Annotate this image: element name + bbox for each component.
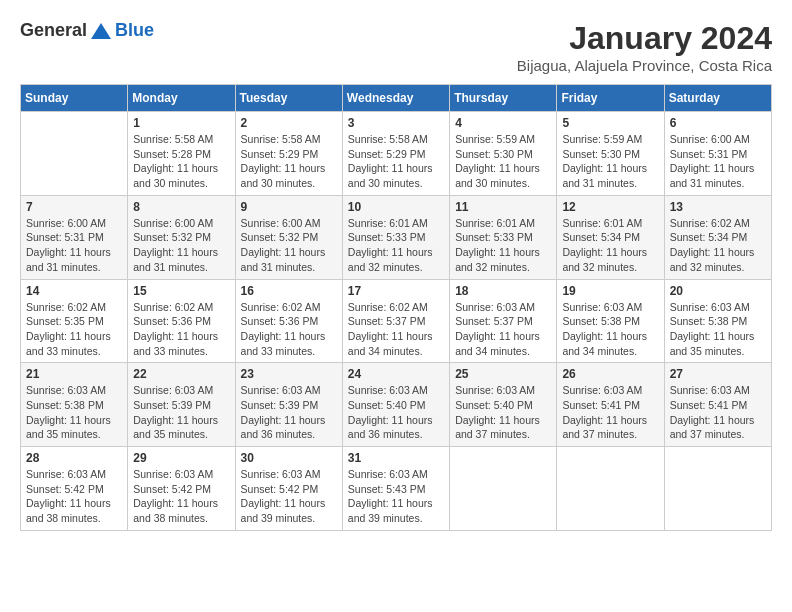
calendar-cell: 8Sunrise: 6:00 AMSunset: 5:32 PMDaylight… <box>128 195 235 279</box>
calendar-cell: 31Sunrise: 6:03 AMSunset: 5:43 PMDayligh… <box>342 447 449 531</box>
day-info: Sunrise: 5:58 AMSunset: 5:29 PMDaylight:… <box>241 132 337 191</box>
day-info: Sunrise: 6:01 AMSunset: 5:34 PMDaylight:… <box>562 216 658 275</box>
day-info: Sunrise: 6:01 AMSunset: 5:33 PMDaylight:… <box>455 216 551 275</box>
calendar-cell <box>664 447 771 531</box>
main-title: January 2024 <box>517 20 772 57</box>
day-number: 25 <box>455 367 551 381</box>
day-info: Sunrise: 6:02 AMSunset: 5:36 PMDaylight:… <box>241 300 337 359</box>
calendar-cell: 13Sunrise: 6:02 AMSunset: 5:34 PMDayligh… <box>664 195 771 279</box>
day-number: 9 <box>241 200 337 214</box>
day-info: Sunrise: 6:02 AMSunset: 5:34 PMDaylight:… <box>670 216 766 275</box>
calendar-cell: 14Sunrise: 6:02 AMSunset: 5:35 PMDayligh… <box>21 279 128 363</box>
day-number: 15 <box>133 284 229 298</box>
day-info: Sunrise: 6:03 AMSunset: 5:39 PMDaylight:… <box>133 383 229 442</box>
day-info: Sunrise: 6:03 AMSunset: 5:43 PMDaylight:… <box>348 467 444 526</box>
day-number: 21 <box>26 367 122 381</box>
calendar-week-5: 28Sunrise: 6:03 AMSunset: 5:42 PMDayligh… <box>21 447 772 531</box>
day-number: 30 <box>241 451 337 465</box>
calendar-cell: 12Sunrise: 6:01 AMSunset: 5:34 PMDayligh… <box>557 195 664 279</box>
day-info: Sunrise: 6:00 AMSunset: 5:32 PMDaylight:… <box>133 216 229 275</box>
day-number: 23 <box>241 367 337 381</box>
day-header-sunday: Sunday <box>21 85 128 112</box>
day-info: Sunrise: 6:03 AMSunset: 5:38 PMDaylight:… <box>26 383 122 442</box>
day-info: Sunrise: 6:03 AMSunset: 5:38 PMDaylight:… <box>562 300 658 359</box>
calendar-cell: 5Sunrise: 5:59 AMSunset: 5:30 PMDaylight… <box>557 112 664 196</box>
day-number: 16 <box>241 284 337 298</box>
day-info: Sunrise: 5:58 AMSunset: 5:28 PMDaylight:… <box>133 132 229 191</box>
day-number: 29 <box>133 451 229 465</box>
title-area: January 2024 Bijagua, Alajuela Province,… <box>517 20 772 74</box>
day-number: 20 <box>670 284 766 298</box>
day-number: 22 <box>133 367 229 381</box>
calendar-body: 1Sunrise: 5:58 AMSunset: 5:28 PMDaylight… <box>21 112 772 531</box>
logo-general: General <box>20 20 87 41</box>
calendar-cell <box>557 447 664 531</box>
day-header-monday: Monday <box>128 85 235 112</box>
calendar-cell: 10Sunrise: 6:01 AMSunset: 5:33 PMDayligh… <box>342 195 449 279</box>
day-number: 24 <box>348 367 444 381</box>
calendar-cell: 19Sunrise: 6:03 AMSunset: 5:38 PMDayligh… <box>557 279 664 363</box>
day-number: 17 <box>348 284 444 298</box>
calendar-cell: 28Sunrise: 6:03 AMSunset: 5:42 PMDayligh… <box>21 447 128 531</box>
calendar-cell: 25Sunrise: 6:03 AMSunset: 5:40 PMDayligh… <box>450 363 557 447</box>
logo: General Blue <box>20 20 154 41</box>
day-number: 2 <box>241 116 337 130</box>
day-info: Sunrise: 6:03 AMSunset: 5:39 PMDaylight:… <box>241 383 337 442</box>
subtitle: Bijagua, Alajuela Province, Costa Rica <box>517 57 772 74</box>
calendar-week-2: 7Sunrise: 6:00 AMSunset: 5:31 PMDaylight… <box>21 195 772 279</box>
day-info: Sunrise: 6:03 AMSunset: 5:42 PMDaylight:… <box>26 467 122 526</box>
day-header-saturday: Saturday <box>664 85 771 112</box>
day-info: Sunrise: 6:02 AMSunset: 5:36 PMDaylight:… <box>133 300 229 359</box>
day-number: 28 <box>26 451 122 465</box>
calendar-cell: 16Sunrise: 6:02 AMSunset: 5:36 PMDayligh… <box>235 279 342 363</box>
day-number: 10 <box>348 200 444 214</box>
calendar-cell: 21Sunrise: 6:03 AMSunset: 5:38 PMDayligh… <box>21 363 128 447</box>
day-number: 11 <box>455 200 551 214</box>
calendar-cell: 2Sunrise: 5:58 AMSunset: 5:29 PMDaylight… <box>235 112 342 196</box>
day-number: 12 <box>562 200 658 214</box>
calendar-cell: 1Sunrise: 5:58 AMSunset: 5:28 PMDaylight… <box>128 112 235 196</box>
calendar-cell: 9Sunrise: 6:00 AMSunset: 5:32 PMDaylight… <box>235 195 342 279</box>
day-number: 26 <box>562 367 658 381</box>
day-number: 5 <box>562 116 658 130</box>
day-number: 31 <box>348 451 444 465</box>
day-info: Sunrise: 5:58 AMSunset: 5:29 PMDaylight:… <box>348 132 444 191</box>
header: General Blue January 2024 Bijagua, Alaju… <box>20 20 772 74</box>
calendar-cell: 22Sunrise: 6:03 AMSunset: 5:39 PMDayligh… <box>128 363 235 447</box>
calendar-cell: 11Sunrise: 6:01 AMSunset: 5:33 PMDayligh… <box>450 195 557 279</box>
day-info: Sunrise: 6:03 AMSunset: 5:42 PMDaylight:… <box>133 467 229 526</box>
day-info: Sunrise: 6:03 AMSunset: 5:37 PMDaylight:… <box>455 300 551 359</box>
day-number: 7 <box>26 200 122 214</box>
calendar-week-3: 14Sunrise: 6:02 AMSunset: 5:35 PMDayligh… <box>21 279 772 363</box>
day-header-tuesday: Tuesday <box>235 85 342 112</box>
calendar-cell: 18Sunrise: 6:03 AMSunset: 5:37 PMDayligh… <box>450 279 557 363</box>
day-info: Sunrise: 5:59 AMSunset: 5:30 PMDaylight:… <box>562 132 658 191</box>
day-number: 18 <box>455 284 551 298</box>
day-header-thursday: Thursday <box>450 85 557 112</box>
day-info: Sunrise: 6:02 AMSunset: 5:37 PMDaylight:… <box>348 300 444 359</box>
day-number: 3 <box>348 116 444 130</box>
day-number: 4 <box>455 116 551 130</box>
day-number: 27 <box>670 367 766 381</box>
svg-marker-0 <box>91 23 111 39</box>
day-info: Sunrise: 6:01 AMSunset: 5:33 PMDaylight:… <box>348 216 444 275</box>
day-info: Sunrise: 5:59 AMSunset: 5:30 PMDaylight:… <box>455 132 551 191</box>
day-number: 13 <box>670 200 766 214</box>
day-header-friday: Friday <box>557 85 664 112</box>
calendar-table: SundayMondayTuesdayWednesdayThursdayFrid… <box>20 84 772 531</box>
calendar-cell: 6Sunrise: 6:00 AMSunset: 5:31 PMDaylight… <box>664 112 771 196</box>
day-info: Sunrise: 6:03 AMSunset: 5:40 PMDaylight:… <box>455 383 551 442</box>
day-number: 8 <box>133 200 229 214</box>
day-number: 19 <box>562 284 658 298</box>
day-info: Sunrise: 6:00 AMSunset: 5:31 PMDaylight:… <box>26 216 122 275</box>
day-info: Sunrise: 6:03 AMSunset: 5:38 PMDaylight:… <box>670 300 766 359</box>
calendar-cell: 20Sunrise: 6:03 AMSunset: 5:38 PMDayligh… <box>664 279 771 363</box>
day-info: Sunrise: 6:00 AMSunset: 5:31 PMDaylight:… <box>670 132 766 191</box>
logo-icon <box>89 21 113 41</box>
day-header-wednesday: Wednesday <box>342 85 449 112</box>
day-info: Sunrise: 6:03 AMSunset: 5:41 PMDaylight:… <box>562 383 658 442</box>
calendar-week-4: 21Sunrise: 6:03 AMSunset: 5:38 PMDayligh… <box>21 363 772 447</box>
day-info: Sunrise: 6:02 AMSunset: 5:35 PMDaylight:… <box>26 300 122 359</box>
calendar-cell: 26Sunrise: 6:03 AMSunset: 5:41 PMDayligh… <box>557 363 664 447</box>
logo-blue: Blue <box>115 20 154 41</box>
